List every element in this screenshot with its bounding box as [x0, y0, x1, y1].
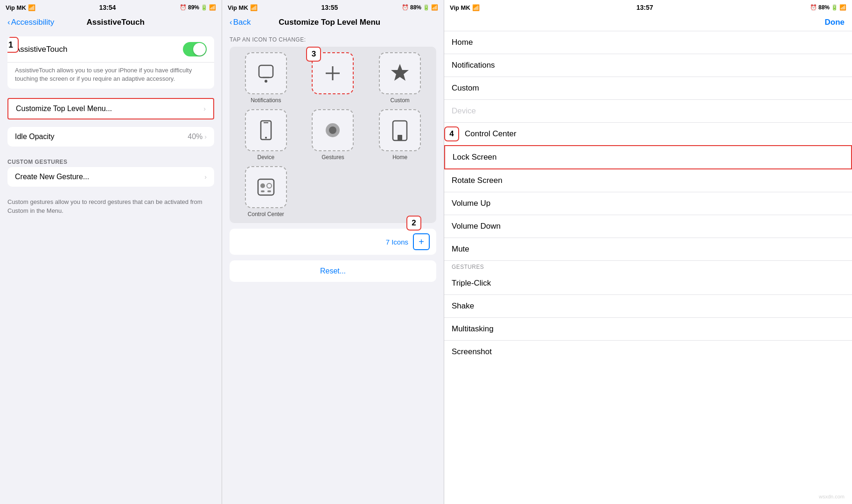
icon-cell-device[interactable]: Device	[235, 109, 297, 161]
done-button[interactable]: Done	[825, 18, 845, 27]
icon-label-custom: Custom	[390, 97, 409, 104]
signal-1: 📶	[209, 4, 216, 11]
wifi-icon-2: 📶	[250, 4, 258, 11]
icon-cell-add[interactable]: 3	[302, 52, 364, 104]
callout-badge-3: 3	[306, 47, 321, 62]
list-item-multitasking[interactable]: Multitasking	[444, 318, 852, 341]
icon-label-notifications: Notifications	[251, 97, 281, 104]
icon-cell-home[interactable]: Home	[369, 109, 431, 161]
idle-value: 40%	[188, 133, 203, 141]
assistivetouch-row: AssistiveTouch	[7, 36, 214, 63]
icons-grid: Notifications 3	[235, 52, 431, 217]
customize-row[interactable]: Customize Top Level Menu... ›	[8, 99, 213, 119]
callout-badge-2: 2	[406, 216, 421, 231]
time-3: 13:57	[636, 4, 653, 11]
icon-box-control[interactable]	[245, 166, 287, 208]
list-item-triple-click[interactable]: Triple-Click	[444, 272, 852, 295]
wifi-icon-3: 📶	[472, 4, 480, 11]
list-item-volume-down[interactable]: Volume Down	[444, 215, 852, 238]
list-item-custom[interactable]: Custom	[444, 77, 852, 100]
time-1: 13:54	[99, 4, 116, 11]
time-2: 13:55	[321, 4, 338, 11]
icon-box-gestures[interactable]	[312, 109, 354, 151]
icon-box-add[interactable]: 3	[312, 52, 354, 94]
create-gesture-label: Create New Gesture...	[15, 173, 89, 181]
alarm-icon-2: ⏰	[402, 4, 409, 11]
wifi-icon-1: 📶	[28, 4, 35, 11]
icons-count-text: 7 Icons	[386, 238, 408, 246]
add-icon	[321, 62, 344, 85]
list-item-lock-screen[interactable]: Lock Screen	[444, 145, 852, 169]
icon-cell-custom[interactable]: Custom	[369, 52, 431, 104]
svg-point-16	[267, 183, 272, 188]
list-item-home[interactable]: Home	[444, 31, 852, 54]
idle-row[interactable]: Idle Opacity 40% ›	[7, 127, 214, 147]
nav-bar-1: ‹ Accessibility AssistiveTouch	[0, 15, 222, 31]
control-center-icon	[254, 175, 278, 199]
customize-chevron-icon: ›	[203, 105, 206, 112]
svg-rect-0	[259, 65, 273, 77]
battery-icon-2: 🔋	[423, 4, 430, 11]
create-gesture-row[interactable]: Create New Gesture... ›	[7, 167, 214, 187]
battery-1: 89%	[188, 4, 199, 11]
nav-title-2: Customize Top Level Menu	[279, 18, 380, 27]
assistivetouch-toggle[interactable]	[183, 42, 207, 56]
icons-count-bar: 7 Icons 2 +	[230, 229, 436, 255]
icon-label-gestures: Gestures	[321, 154, 344, 161]
nav-title-1: AssistiveTouch	[86, 18, 144, 27]
icons-grid-section: Notifications 3	[230, 47, 436, 223]
content-1: AssistiveTouch 1 AssistiveTouch allows y…	[0, 31, 222, 504]
icon-cell-notifications[interactable]: Notifications	[235, 52, 297, 104]
icon-label-device: Device	[257, 154, 274, 161]
svg-rect-18	[267, 190, 271, 192]
reset-link[interactable]: Reset...	[320, 267, 346, 275]
battery-icon-3: 🔋	[831, 4, 838, 11]
assistivetouch-desc: AssistiveTouch allows you to use your iP…	[7, 63, 214, 89]
list-item-rotate-screen[interactable]: Rotate Screen	[444, 169, 852, 192]
gesture-desc: Custom gestures allow you to record gest…	[0, 196, 222, 218]
list-item-volume-up[interactable]: Volume Up	[444, 192, 852, 215]
svg-point-1	[265, 80, 267, 83]
list-item-device: Device	[444, 100, 852, 123]
list-item-shake[interactable]: Shake	[444, 295, 852, 318]
svg-point-7	[265, 137, 267, 139]
icon-box-notifications[interactable]	[245, 52, 287, 94]
status-bar-3: Vip MK 📶 13:57 ⏰ 88% 🔋 📶	[444, 0, 852, 15]
list-item-control-center[interactable]: Control Center	[444, 123, 852, 145]
alarm-icon-3: ⏰	[810, 4, 817, 11]
add-btn-wrapper: 2 +	[413, 233, 430, 250]
icon-label-control: Control Center	[248, 211, 284, 217]
icon-label-home: Home	[392, 154, 407, 161]
carrier-2: Vip MK	[228, 4, 248, 11]
back-label: Accessibility	[11, 18, 55, 27]
signal-2: 📶	[431, 4, 438, 11]
icon-cell-control[interactable]: Control Center	[235, 166, 297, 217]
idle-label: Idle Opacity	[15, 133, 54, 141]
customize-row-wrapper: Customize Top Level Menu... ›	[7, 98, 214, 119]
home-icon	[388, 119, 412, 142]
nav-bar-2: ‹ Back Customize Top Level Menu	[222, 15, 444, 31]
gestures-section-header: Gestures	[444, 261, 852, 272]
status-bar-1: Vip MK 📶 13:54 ⏰ 89% 🔋 📶	[0, 0, 222, 15]
callout-badge-4: 4	[444, 126, 459, 141]
gestures-icon	[321, 119, 344, 142]
list-item-screenshot[interactable]: Screenshot	[444, 341, 852, 363]
star-icon	[388, 62, 412, 85]
idle-chevron-icon: ›	[204, 133, 207, 140]
panel-customize-menu: Vip MK 📶 13:55 ⏰ 88% 🔋 📶 ‹ Back Customiz…	[222, 0, 444, 504]
list-item-mute[interactable]: Mute	[444, 238, 852, 261]
add-icons-button[interactable]: +	[413, 233, 430, 250]
icon-cell-gestures[interactable]: Gestures	[302, 109, 364, 161]
back-panel2[interactable]: ‹ Back	[230, 18, 251, 27]
list-item-notifications[interactable]: Notifications	[444, 54, 852, 77]
custom-gestures-header: CUSTOM GESTURES	[0, 156, 222, 167]
icon-box-custom[interactable]	[379, 52, 421, 94]
svg-point-15	[260, 183, 265, 188]
icon-box-home[interactable]	[379, 109, 421, 151]
assistivetouch-section: AssistiveTouch 1 AssistiveTouch allows y…	[7, 36, 214, 89]
back-chevron-icon-2: ‹	[230, 18, 232, 27]
carrier-1: Vip MK	[6, 4, 26, 11]
icon-box-device[interactable]	[245, 109, 287, 151]
battery-icon-1: 🔋	[201, 4, 208, 11]
back-accessibility[interactable]: ‹ Accessibility	[7, 18, 54, 27]
